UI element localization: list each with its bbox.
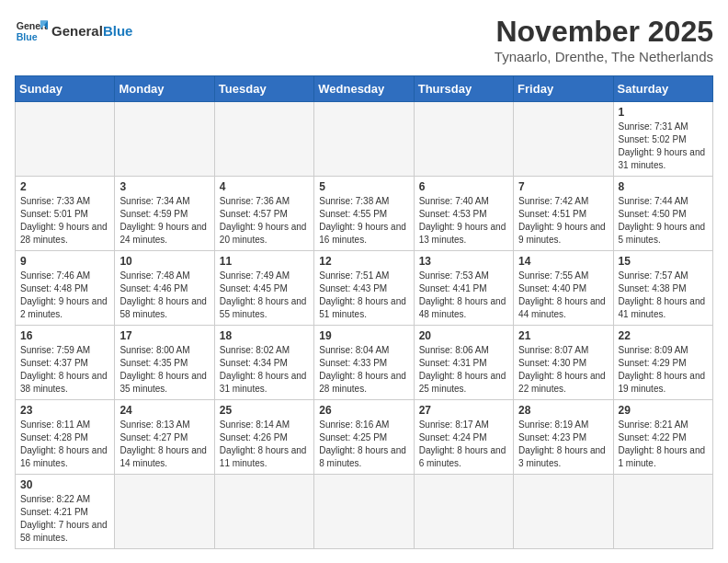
day-number: 22: [619, 329, 708, 342]
calendar-day-cell: 21Sunrise: 8:07 AMSunset: 4:30 PMDayligh…: [514, 326, 613, 400]
day-number: 16: [20, 329, 109, 342]
title-block: November 2025 Tynaarlo, Drenthe, The Net…: [495, 15, 713, 64]
logo: General Blue GeneralBlue: [15, 15, 132, 48]
day-number: 29: [619, 404, 708, 417]
calendar-table: SundayMondayTuesdayWednesdayThursdayFrid…: [15, 75, 713, 549]
calendar-day-cell: [115, 102, 214, 177]
day-info: Sunrise: 7:48 AMSunset: 4:46 PMDaylight:…: [119, 270, 209, 321]
day-header-sunday: Sunday: [16, 76, 115, 102]
day-number: 28: [518, 404, 608, 417]
day-number: 9: [20, 255, 109, 268]
day-header-monday: Monday: [115, 76, 214, 102]
day-number: 25: [220, 404, 309, 417]
calendar-day-cell: 16Sunrise: 7:59 AMSunset: 4:37 PMDayligh…: [16, 326, 115, 400]
day-number: 23: [20, 404, 109, 417]
day-number: 17: [119, 329, 209, 342]
calendar-day-cell: 8Sunrise: 7:44 AMSunset: 4:50 PMDaylight…: [613, 177, 712, 251]
calendar-day-cell: [314, 102, 414, 177]
calendar-day-cell: 17Sunrise: 8:00 AMSunset: 4:35 PMDayligh…: [115, 326, 214, 400]
calendar-day-cell: 10Sunrise: 7:48 AMSunset: 4:46 PMDayligh…: [115, 251, 214, 326]
calendar-day-cell: 26Sunrise: 8:16 AMSunset: 4:25 PMDayligh…: [314, 400, 414, 475]
day-number: 21: [518, 329, 608, 342]
calendar-day-cell: [214, 102, 313, 177]
day-info: Sunrise: 8:02 AMSunset: 4:34 PMDaylight:…: [220, 344, 309, 396]
day-number: 26: [319, 404, 408, 417]
calendar-day-cell: [214, 475, 313, 549]
day-info: Sunrise: 8:00 AMSunset: 4:35 PMDaylight:…: [119, 344, 209, 396]
day-number: 30: [20, 478, 109, 491]
location-subtitle: Tynaarlo, Drenthe, The Netherlands: [495, 49, 713, 64]
day-info: Sunrise: 8:17 AMSunset: 4:24 PMDaylight:…: [419, 419, 508, 470]
day-info: Sunrise: 7:38 AMSunset: 4:55 PMDaylight:…: [319, 195, 408, 247]
day-header-wednesday: Wednesday: [314, 76, 414, 102]
day-number: 7: [518, 180, 608, 193]
calendar-day-cell: 29Sunrise: 8:21 AMSunset: 4:22 PMDayligh…: [613, 400, 712, 475]
calendar-day-cell: [314, 475, 414, 549]
calendar-day-cell: 25Sunrise: 8:14 AMSunset: 4:26 PMDayligh…: [214, 400, 313, 475]
calendar-day-cell: 2Sunrise: 7:33 AMSunset: 5:01 PMDaylight…: [16, 177, 115, 251]
calendar-day-cell: [414, 102, 513, 177]
calendar-day-cell: 18Sunrise: 8:02 AMSunset: 4:34 PMDayligh…: [214, 326, 313, 400]
day-number: 12: [319, 255, 408, 268]
day-info: Sunrise: 8:11 AMSunset: 4:28 PMDaylight:…: [20, 419, 109, 470]
calendar-week-row: 30Sunrise: 8:22 AMSunset: 4:21 PMDayligh…: [16, 475, 713, 549]
day-number: 4: [220, 180, 309, 193]
day-number: 24: [119, 404, 209, 417]
calendar-day-cell: 22Sunrise: 8:09 AMSunset: 4:29 PMDayligh…: [613, 326, 712, 400]
day-number: 18: [220, 329, 309, 342]
day-number: 5: [319, 180, 408, 193]
calendar-day-cell: 15Sunrise: 7:57 AMSunset: 4:38 PMDayligh…: [613, 251, 712, 326]
day-info: Sunrise: 8:21 AMSunset: 4:22 PMDaylight:…: [619, 419, 708, 470]
calendar-day-cell: [613, 475, 712, 549]
month-year-title: November 2025: [495, 15, 713, 49]
day-info: Sunrise: 7:53 AMSunset: 4:41 PMDaylight:…: [419, 270, 508, 321]
calendar-week-row: 9Sunrise: 7:46 AMSunset: 4:48 PMDaylight…: [16, 251, 713, 326]
calendar-week-row: 16Sunrise: 7:59 AMSunset: 4:37 PMDayligh…: [16, 326, 713, 400]
day-info: Sunrise: 8:22 AMSunset: 4:21 PMDaylight:…: [20, 493, 109, 545]
day-number: 19: [319, 329, 408, 342]
day-number: 1: [619, 106, 708, 119]
calendar-day-cell: 19Sunrise: 8:04 AMSunset: 4:33 PMDayligh…: [314, 326, 414, 400]
day-number: 14: [518, 255, 608, 268]
calendar-day-cell: 4Sunrise: 7:36 AMSunset: 4:57 PMDaylight…: [214, 177, 313, 251]
day-info: Sunrise: 7:44 AMSunset: 4:50 PMDaylight:…: [619, 195, 708, 247]
day-info: Sunrise: 7:55 AMSunset: 4:40 PMDaylight:…: [518, 270, 608, 321]
calendar-day-cell: 7Sunrise: 7:42 AMSunset: 4:51 PMDaylight…: [514, 177, 613, 251]
day-info: Sunrise: 7:40 AMSunset: 4:53 PMDaylight:…: [419, 195, 508, 247]
calendar-day-cell: 20Sunrise: 8:06 AMSunset: 4:31 PMDayligh…: [414, 326, 513, 400]
svg-text:Blue: Blue: [17, 31, 38, 42]
day-header-tuesday: Tuesday: [214, 76, 313, 102]
calendar-day-cell: 1Sunrise: 7:31 AMSunset: 5:02 PMDaylight…: [613, 102, 712, 177]
day-number: 13: [419, 255, 508, 268]
day-info: Sunrise: 8:06 AMSunset: 4:31 PMDaylight:…: [419, 344, 508, 396]
day-info: Sunrise: 8:14 AMSunset: 4:26 PMDaylight:…: [220, 419, 309, 470]
page-header: General Blue GeneralBlue November 2025 T…: [15, 15, 713, 64]
day-info: Sunrise: 8:13 AMSunset: 4:27 PMDaylight:…: [119, 419, 209, 470]
calendar-week-row: 2Sunrise: 7:33 AMSunset: 5:01 PMDaylight…: [16, 177, 713, 251]
calendar-day-cell: 30Sunrise: 8:22 AMSunset: 4:21 PMDayligh…: [16, 475, 115, 549]
day-number: 10: [119, 255, 209, 268]
calendar-day-cell: 14Sunrise: 7:55 AMSunset: 4:40 PMDayligh…: [514, 251, 613, 326]
day-info: Sunrise: 7:46 AMSunset: 4:48 PMDaylight:…: [20, 270, 109, 321]
calendar-header-row: SundayMondayTuesdayWednesdayThursdayFrid…: [16, 76, 713, 102]
calendar-day-cell: 23Sunrise: 8:11 AMSunset: 4:28 PMDayligh…: [16, 400, 115, 475]
day-number: 15: [619, 255, 708, 268]
day-info: Sunrise: 8:09 AMSunset: 4:29 PMDaylight:…: [619, 344, 708, 396]
day-header-thursday: Thursday: [414, 76, 513, 102]
calendar-week-row: 1Sunrise: 7:31 AMSunset: 5:02 PMDaylight…: [16, 102, 713, 177]
calendar-day-cell: 9Sunrise: 7:46 AMSunset: 4:48 PMDaylight…: [16, 251, 115, 326]
calendar-day-cell: [414, 475, 513, 549]
day-info: Sunrise: 7:51 AMSunset: 4:43 PMDaylight:…: [319, 270, 408, 321]
day-info: Sunrise: 7:59 AMSunset: 4:37 PMDaylight:…: [20, 344, 109, 396]
day-number: 3: [119, 180, 209, 193]
calendar-day-cell: [514, 102, 613, 177]
day-number: 2: [20, 180, 109, 193]
day-info: Sunrise: 7:31 AMSunset: 5:02 PMDaylight:…: [619, 121, 708, 172]
day-header-saturday: Saturday: [613, 76, 712, 102]
day-info: Sunrise: 8:07 AMSunset: 4:30 PMDaylight:…: [518, 344, 608, 396]
calendar-day-cell: 24Sunrise: 8:13 AMSunset: 4:27 PMDayligh…: [115, 400, 214, 475]
day-info: Sunrise: 8:16 AMSunset: 4:25 PMDaylight:…: [319, 419, 408, 470]
day-info: Sunrise: 7:57 AMSunset: 4:38 PMDaylight:…: [619, 270, 708, 321]
calendar-day-cell: 6Sunrise: 7:40 AMSunset: 4:53 PMDaylight…: [414, 177, 513, 251]
calendar-day-cell: 3Sunrise: 7:34 AMSunset: 4:59 PMDaylight…: [115, 177, 214, 251]
